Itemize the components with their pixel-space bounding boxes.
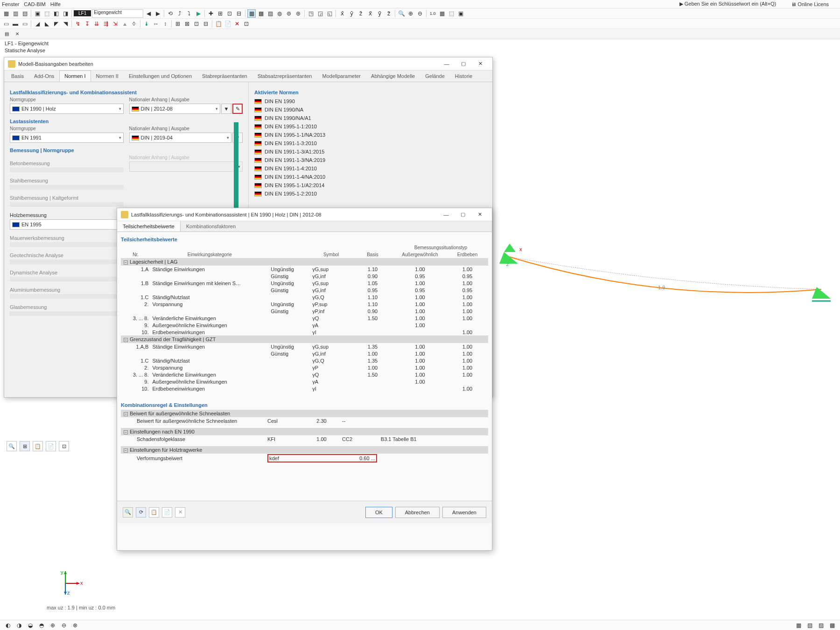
status-icon[interactable]: ▦ [794, 621, 803, 630]
loadcase-select[interactable]: Eigengewicht [92, 9, 143, 18]
tool-icon[interactable]: ⤴ [175, 9, 184, 18]
tool-icon[interactable]: ⊟ [202, 20, 210, 28]
tool-icon[interactable]: ▶ [194, 9, 203, 18]
tool-icon[interactable]: ⊟ [235, 9, 243, 18]
tool-icon[interactable]: ⊞ [174, 20, 182, 28]
kdef-input[interactable]: kdef0.60 ... [267, 454, 377, 462]
tool-icon[interactable]: 📋 [33, 441, 43, 451]
tool-icon[interactable]: ◱ [325, 9, 334, 18]
minimize-button[interactable]: — [438, 58, 455, 70]
tool-icon[interactable]: ⊞ [216, 9, 224, 18]
tab-terrain[interactable]: Gelände [420, 70, 450, 82]
online-license[interactable]: 🖥 Online Licens [791, 1, 833, 7]
tool-icon[interactable]: ▭ [21, 20, 29, 28]
reset-icon[interactable]: ⟳ [136, 507, 146, 518]
tool-icon[interactable]: ⊡ [225, 9, 234, 18]
tool-icon[interactable]: ⇊ [92, 20, 101, 28]
tool-icon[interactable]: 📄 [224, 20, 232, 28]
tool-icon[interactable]: 1.0 [428, 9, 437, 18]
next-lc-icon[interactable]: ▶ [154, 9, 162, 18]
prev-lc-icon[interactable]: ◀ [144, 9, 153, 18]
edit-norm-button[interactable]: ✎ [232, 104, 243, 114]
tab-comb-factors[interactable]: Kombinationsfaktoren [181, 221, 241, 231]
ok-button[interactable]: OK [365, 507, 392, 518]
keyword-hint[interactable]: ▶ Geben Sie ein Schlüsselwort ein (Alt+Q… [679, 1, 781, 7]
tool-icon[interactable]: ⊡ [192, 20, 201, 28]
tool-icon[interactable]: ỹ [375, 9, 384, 18]
combo-normgruppe-2[interactable]: EN 1991▾ [10, 133, 124, 143]
tool-icon[interactable]: 📋 [214, 20, 223, 28]
status-icon[interactable]: ⊗ [71, 621, 79, 630]
tool-icon[interactable]: ⊡ [59, 441, 69, 451]
tool-icon[interactable]: x̄ [338, 9, 346, 18]
menu-cad-bim[interactable]: CAD-BIM [24, 1, 45, 7]
combo-normgruppe-1[interactable]: EN 1990 | Holz▾ [10, 104, 124, 114]
close-button[interactable]: ✕ [472, 58, 489, 70]
tool-icon[interactable]: ⊛ [294, 9, 302, 18]
tool-icon[interactable]: z̃ [385, 9, 393, 18]
tool-icon[interactable]: ⟲ [166, 9, 175, 18]
tool-icon[interactable]: ▨ [266, 9, 274, 18]
tab-addons[interactable]: Add-Ons [29, 70, 59, 82]
delete-icon[interactable]: ✕ [175, 507, 185, 518]
tool-icon[interactable]: ▤ [21, 9, 29, 18]
menu-fenster[interactable]: Fenster [2, 1, 19, 7]
tool-icon[interactable]: ⬚ [42, 9, 51, 18]
tool-icon[interactable]: ▣ [456, 9, 465, 18]
filter-button[interactable]: ▼ [221, 104, 231, 114]
search-icon[interactable]: 🔍 [123, 507, 133, 518]
status-icon[interactable]: ◑ [15, 621, 23, 630]
close-button[interactable]: ✕ [471, 209, 488, 220]
tool-icon[interactable]: 🌡 [142, 20, 151, 28]
tab-modellparam[interactable]: Modellparameter [317, 70, 366, 82]
tool-icon[interactable]: ▭ [2, 20, 10, 28]
status-icon[interactable]: ◒ [26, 621, 35, 630]
tab-basis[interactable]: Basis [6, 70, 29, 82]
status-icon[interactable]: ◓ [37, 621, 46, 630]
combo-anhang-2[interactable]: DIN | 2019-04▾ [129, 133, 232, 143]
tool-icon[interactable]: ▦ [438, 9, 446, 18]
tool-icon[interactable]: ⤵ [185, 9, 193, 18]
filter-button[interactable]: ▼ [232, 133, 243, 143]
tool-icon[interactable]: ▩ [257, 9, 265, 18]
tab-history[interactable]: Historie [450, 70, 477, 82]
tool-icon[interactable]: ⬚ [447, 9, 455, 18]
tool-icon[interactable]: z̄ [357, 9, 365, 18]
tool-icon[interactable]: ▦ [2, 9, 10, 18]
maximize-button[interactable]: ▢ [455, 209, 471, 220]
minimize-button[interactable]: — [438, 209, 455, 220]
tool-icon[interactable]: ⟁ [120, 20, 129, 28]
tool-icon[interactable]: ◧ [52, 9, 60, 18]
apply-button[interactable]: Anwenden [442, 507, 486, 518]
tool-icon[interactable]: ⊖ [416, 9, 424, 18]
delete-icon[interactable]: ✕ [233, 20, 241, 28]
paste-icon[interactable]: 📄 [162, 507, 172, 518]
copy-icon[interactable]: 📋 [149, 507, 159, 518]
tool-icon[interactable]: ◨ [61, 9, 70, 18]
tab-normen1[interactable]: Normen I [59, 70, 91, 82]
tool-icon[interactable]: ⇲ [111, 20, 119, 28]
tool-icon[interactable]: ⊞ [20, 441, 30, 451]
tool-icon[interactable]: ↧ [83, 20, 91, 28]
tool-icon[interactable]: ◲ [316, 9, 324, 18]
combo-anhang-1[interactable]: DIN | 2012-08▾ [129, 104, 221, 114]
tab-stabrep[interactable]: Stabrepräsentanten [197, 70, 252, 82]
status-icon[interactable]: ⊕ [49, 621, 57, 630]
tool-icon[interactable]: ⊕ [406, 9, 415, 18]
tool-icon[interactable]: ✚ [207, 9, 215, 18]
tool-icon[interactable]: ▦ [247, 9, 256, 18]
status-icon[interactable]: ▨ [817, 621, 825, 630]
combo-holz-norm[interactable]: EN 1995▾ [10, 219, 124, 230]
tab-stabsatzrep[interactable]: Stabsatzrepräsentanten [252, 70, 317, 82]
status-icon[interactable]: ◐ [4, 621, 12, 630]
tool-icon[interactable]: ⊚ [285, 9, 293, 18]
tool-icon[interactable]: ⊡ [242, 20, 251, 28]
tool-icon[interactable]: 🔍 [397, 9, 406, 18]
tab-normen2[interactable]: Normen II [91, 70, 124, 82]
maximize-button[interactable]: ▢ [455, 58, 472, 70]
doc-tab[interactable]: ▤ [3, 30, 11, 37]
tool-icon[interactable]: ↯ [74, 20, 82, 28]
close-tab-icon[interactable]: ✕ [14, 30, 21, 37]
tool-icon[interactable]: 📄 [46, 441, 56, 451]
tool-icon[interactable]: ⊠ [183, 20, 191, 28]
